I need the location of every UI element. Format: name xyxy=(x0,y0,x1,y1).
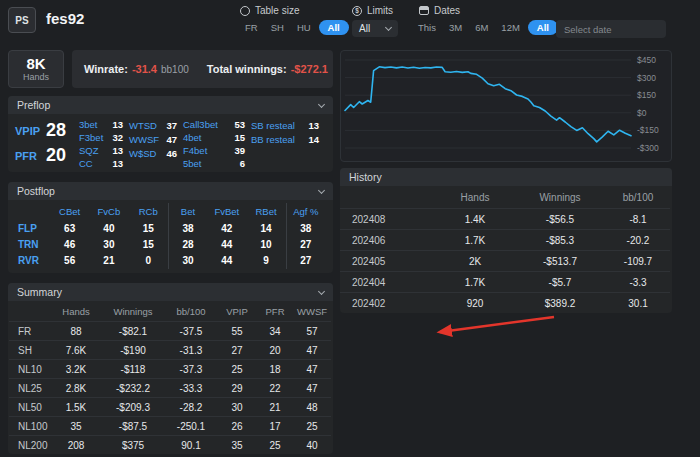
filter-pill-6m[interactable]: 6M xyxy=(470,20,493,35)
summary-panel: Summary HandsWinningsbb/100VPIPPFRWWSFFR… xyxy=(8,283,333,454)
filter-pill-hu[interactable]: HU xyxy=(292,20,316,35)
preflop-stat: 5bet6 xyxy=(183,157,245,169)
summary-wwsf: 47 xyxy=(293,340,331,359)
history-title: History xyxy=(349,171,382,183)
limits-dropdown[interactable]: All xyxy=(352,20,398,37)
postflop-cell: 63 xyxy=(50,221,89,237)
postflop-cell: 0 xyxy=(129,253,168,269)
history-table: HandsWinningsbb/1002024081.4K-$56.5-8.12… xyxy=(340,186,672,313)
pfr-label: PFR xyxy=(15,150,39,162)
chevron-down-icon[interactable] xyxy=(318,186,325,193)
summary-hands: 2.8K xyxy=(51,378,101,397)
filter-pill-fr[interactable]: FR xyxy=(240,20,263,35)
history-winnings: $389.2 xyxy=(514,292,606,313)
summary-wwsf: 47 xyxy=(293,378,331,397)
stat-label: WTSD xyxy=(129,120,157,131)
stat-label: 3bet xyxy=(79,119,98,130)
history-winnings: -$513.7 xyxy=(514,250,606,271)
topbar: PS fes92 Table size FRSHHUAll $ Limits A… xyxy=(0,0,700,42)
history-hands: 2K xyxy=(436,250,514,271)
svg-text:-$150: -$150 xyxy=(637,125,659,135)
postflop-cell: 30 xyxy=(168,253,207,269)
winrate-value: -31.4 xyxy=(132,63,157,75)
summary-title: Summary xyxy=(17,286,62,298)
preflop-stat: Call3bet53 xyxy=(183,119,245,131)
app-logo[interactable]: PS xyxy=(8,7,36,33)
summary-vpip: 25 xyxy=(217,359,257,378)
summary-row-label: FR xyxy=(9,321,51,340)
history-hands: 1.7K xyxy=(436,271,514,292)
postflop-panel-header[interactable]: Postflop xyxy=(8,182,333,200)
summary-col-header: VPIP xyxy=(217,301,257,321)
summary-bb100: -28.2 xyxy=(165,397,217,416)
stat-label: F3bet xyxy=(79,132,103,143)
svg-text:$150: $150 xyxy=(637,90,656,100)
history-month: 202405 xyxy=(340,250,436,271)
summary-winnings: -$209.3 xyxy=(101,397,165,416)
history-bb100: -3.3 xyxy=(606,271,670,292)
preflop-stat-group: 3bet13F3bet32SQZ13CC13 xyxy=(79,119,123,169)
history-col-header xyxy=(340,186,436,208)
chevron-down-icon[interactable] xyxy=(318,287,325,294)
filter-pill-all[interactable]: All xyxy=(319,20,349,35)
summary-pfr: 17 xyxy=(257,416,293,435)
svg-text:-$300: -$300 xyxy=(637,143,659,153)
postflop-col-header: RBet xyxy=(246,203,285,221)
history-winnings: -$5.7 xyxy=(514,271,606,292)
winnings-chart: $450$300$150$0-$150-$300 xyxy=(341,51,671,161)
dates-filter: Dates This3M6M12MAll xyxy=(413,5,558,35)
postflop-cell: 14 xyxy=(246,221,285,237)
postflop-cell: 38 xyxy=(286,221,325,237)
postflop-cell: 56 xyxy=(50,253,89,269)
stat-value: 13 xyxy=(308,120,319,131)
summary-col-header: Hands xyxy=(51,301,101,321)
history-hands: 920 xyxy=(436,292,514,313)
summary-vpip: 30 xyxy=(217,397,257,416)
winrate-label: Winrate: xyxy=(84,63,128,75)
summary-col-header: bb/100 xyxy=(165,301,217,321)
preflop-stat: F3bet32 xyxy=(79,132,123,144)
summary-row-label: SH xyxy=(9,340,51,359)
summary-col-header: PFR xyxy=(257,301,293,321)
summary-pfr: 25 xyxy=(257,435,293,454)
preflop-stat: CC13 xyxy=(79,157,123,169)
preflop-stat: 4bet15 xyxy=(183,132,245,144)
postflop-row-label: TRN xyxy=(16,237,50,253)
stat-value: 53 xyxy=(234,119,245,130)
hands-badge: 8K Hands xyxy=(8,50,64,88)
app-logo-text: PS xyxy=(15,15,28,26)
postflop-col-header: FvCb xyxy=(89,203,128,221)
stat-value: 32 xyxy=(112,132,123,143)
preflop-stat-group: Call3bet534bet15F4bet395bet6 xyxy=(183,119,245,169)
summary-table: HandsWinningsbb/100VPIPPFRWWSFFR88-$82.1… xyxy=(8,301,333,454)
stat-label: SB resteal xyxy=(251,120,295,131)
history-bb100: -8.1 xyxy=(606,208,670,229)
postflop-cell: 27 xyxy=(286,253,325,269)
summary-bb100: -37.5 xyxy=(165,321,217,340)
summary-winnings: -$82.1 xyxy=(101,321,165,340)
postflop-cell: 40 xyxy=(89,221,128,237)
filter-pill-12m[interactable]: 12M xyxy=(496,20,524,35)
filter-pill-3m[interactable]: 3M xyxy=(444,20,467,35)
summary-panel-header[interactable]: Summary xyxy=(8,283,333,301)
preflop-stat: W$SD46 xyxy=(129,147,177,160)
select-date-input[interactable] xyxy=(556,20,666,38)
limits-filter: $ Limits All xyxy=(352,5,398,37)
stat-label: F4bet xyxy=(183,145,207,156)
preflop-stat: F4bet39 xyxy=(183,145,245,157)
postflop-table: CBetFvCbRCbBetFvBetRBetAgf %FLP634015384… xyxy=(8,200,333,269)
preflop-panel: Preflop VPIP 28 PFR 20 3bet13F3bet32SQZ1… xyxy=(8,96,333,172)
filter-pill-all[interactable]: All xyxy=(528,20,558,35)
summary-bb100: -33.3 xyxy=(165,378,217,397)
summary-wwsf: 47 xyxy=(293,359,331,378)
summary-bb100: -37.3 xyxy=(165,359,217,378)
filter-pill-sh[interactable]: SH xyxy=(266,20,289,35)
vpip-value: 28 xyxy=(46,120,66,141)
chevron-down-icon[interactable] xyxy=(318,100,325,107)
summary-pfr: 20 xyxy=(257,340,293,359)
summary-pfr: 34 xyxy=(257,321,293,340)
history-winnings: -$85.3 xyxy=(514,229,606,250)
preflop-panel-header[interactable]: Preflop xyxy=(8,96,333,114)
history-panel: History HandsWinningsbb/1002024081.4K-$5… xyxy=(340,168,672,313)
filter-pill-this[interactable]: This xyxy=(413,20,441,35)
